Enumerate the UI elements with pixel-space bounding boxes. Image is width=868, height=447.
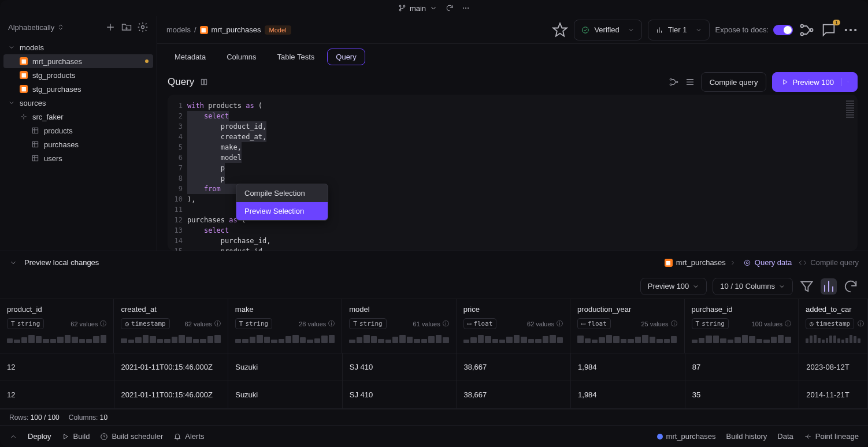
ctx-compile-selection[interactable]: Compile Selection: [236, 184, 328, 202]
chevron-down-icon: [695, 27, 702, 33]
results-table[interactable]: product_idTstring62 values ⓘcreated_at◷t…: [0, 299, 868, 409]
refresh-icon[interactable]: [446, 4, 454, 12]
svg-point-14: [845, 29, 847, 30]
sidebar-group-sources[interactable]: sources: [3, 96, 153, 110]
bar-chart-icon: [655, 26, 663, 34]
table-row[interactable]: 122021-01-11T00:15:46.000ZSuzukiSJ 41038…: [0, 381, 868, 409]
scheduler-button[interactable]: Build scheduler: [100, 432, 163, 441]
tab-columns[interactable]: Columns: [218, 49, 264, 65]
bell-icon: [173, 433, 181, 441]
chevron-right-icon: [729, 259, 736, 266]
refresh-icon[interactable]: [843, 278, 859, 295]
star-icon[interactable]: [552, 22, 568, 38]
sidebar-item-purchases[interactable]: purchases: [3, 137, 153, 151]
column-header[interactable]: production_year▭float25 values ⓘ: [570, 299, 684, 353]
ctx-preview-selection[interactable]: Preview Selection: [236, 202, 328, 220]
add-icon[interactable]: [105, 21, 116, 33]
sidebar-item-stg-products[interactable]: ▦ stg_products: [3, 68, 153, 82]
svg-point-19: [676, 81, 677, 83]
check-circle-icon: [581, 26, 589, 34]
tab-query[interactable]: Query: [327, 49, 365, 65]
sidebar-item-stg-purchases[interactable]: ▦ stg_purchases: [3, 82, 153, 96]
book-icon[interactable]: [200, 78, 208, 86]
compile-query-button[interactable]: Compile query: [701, 72, 767, 92]
model-type-pill: Model: [265, 25, 291, 35]
comments-icon[interactable]: 1: [821, 22, 837, 38]
profile-icon[interactable]: [821, 278, 837, 295]
chevron-down-icon: [692, 283, 699, 290]
tab-compile-query[interactable]: Compile query: [799, 258, 859, 267]
columns-dropdown[interactable]: 10 / 10 Columns: [713, 278, 793, 295]
tab-table-tests[interactable]: Table Tests: [269, 49, 323, 65]
new-folder-icon[interactable]: [121, 21, 132, 33]
model-icon: ▦: [20, 71, 28, 79]
chevron-down-icon[interactable]: [841, 78, 849, 86]
column-header[interactable]: created_at◷timestamp62 values ⓘ: [114, 299, 228, 353]
svg-point-12: [801, 32, 804, 35]
tier-dropdown[interactable]: Tier 1: [648, 20, 710, 40]
svg-point-4: [466, 8, 466, 8]
svg-rect-8: [32, 141, 38, 147]
column-header[interactable]: product_idTstring62 values ⓘ: [0, 299, 114, 353]
status-dropdown[interactable]: Verified: [574, 20, 641, 40]
sidebar-item-src-faker[interactable]: src_faker: [3, 110, 153, 124]
breadcrumb: models / ▦ mrt_purchases Model: [166, 25, 291, 35]
branch-name: main: [410, 4, 426, 13]
model-icon: ▦: [20, 57, 28, 65]
sidebar-item-mrt-purchases[interactable]: ▦ mrt_purchases: [3, 54, 153, 68]
table-row[interactable]: 122021-01-11T00:15:46.000ZSuzukiSJ 41038…: [0, 353, 868, 381]
column-header[interactable]: makeTstring28 values ⓘ: [228, 299, 342, 353]
svg-point-21: [746, 262, 748, 264]
point-lineage-button[interactable]: Point lineage: [804, 432, 859, 441]
column-header[interactable]: modelTstring61 values ⓘ: [342, 299, 456, 353]
chevron-up-icon[interactable]: [9, 433, 17, 441]
preview-model[interactable]: ▦ mrt_purchases: [665, 258, 736, 267]
svg-point-6: [142, 26, 144, 29]
svg-point-15: [850, 29, 851, 30]
deploy-button[interactable]: Deploy: [28, 432, 51, 441]
expose-toggle[interactable]: [773, 25, 793, 35]
alerts-button[interactable]: Alerts: [173, 432, 204, 441]
git-branch-icon: [398, 4, 406, 12]
model-icon: ▦: [20, 85, 28, 93]
footer-model[interactable]: mrt_purchases: [657, 432, 716, 441]
svg-point-5: [468, 8, 469, 8]
chevron-down-icon[interactable]: [9, 259, 17, 267]
data-button[interactable]: Data: [777, 432, 793, 441]
table-icon: [31, 154, 39, 162]
lineage-icon[interactable]: [799, 22, 815, 38]
svg-point-0: [399, 5, 401, 7]
chevron-down-icon: [778, 283, 785, 290]
gear-icon[interactable]: [137, 21, 149, 33]
build-button[interactable]: Build: [61, 432, 90, 441]
build-history-button[interactable]: Build history: [726, 432, 767, 441]
model-icon: ▦: [665, 259, 673, 267]
target-icon: [743, 259, 751, 267]
preview-limit-dropdown[interactable]: Preview 100: [640, 278, 707, 295]
sidebar-item-products[interactable]: products: [3, 124, 153, 137]
lineage-icon[interactable]: [669, 77, 679, 87]
filter-icon[interactable]: [799, 278, 815, 295]
list-icon[interactable]: [685, 77, 695, 87]
tab-query-data[interactable]: Query data: [743, 258, 792, 267]
tab-metadata[interactable]: Metadata: [166, 49, 214, 65]
sort-icon: [57, 23, 65, 31]
code-editor[interactable]: 1with products as (2 select3 product_id,…: [168, 95, 858, 251]
more-icon[interactable]: [843, 22, 859, 38]
svg-point-20: [744, 260, 750, 265]
sidebar-group-models[interactable]: models: [3, 40, 153, 54]
more-icon[interactable]: [462, 4, 470, 12]
query-title: Query: [168, 76, 194, 88]
branch-selector[interactable]: main: [398, 4, 437, 13]
preview-button[interactable]: Preview 100: [772, 72, 858, 92]
column-header[interactable]: added_to_car◷timestamp ⓘ: [799, 299, 868, 353]
svg-point-3: [463, 8, 463, 8]
column-header[interactable]: price▭float62 values ⓘ: [457, 299, 570, 353]
table-icon: [31, 126, 39, 135]
chevron-down-icon: [8, 99, 15, 106]
column-header[interactable]: purchase_idTstring100 values ⓘ: [685, 299, 799, 353]
sort-selector[interactable]: Alphabetically: [8, 23, 65, 32]
sidebar-item-users[interactable]: users: [3, 151, 153, 165]
svg-point-2: [403, 5, 405, 7]
minimap: [846, 100, 854, 170]
